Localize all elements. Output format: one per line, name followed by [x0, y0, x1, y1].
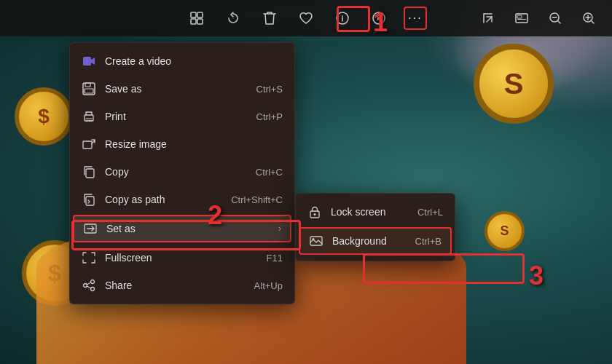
set-as-label: Set as — [106, 223, 270, 234]
svg-rect-11 — [83, 57, 91, 66]
svg-rect-0 — [191, 12, 196, 17]
resize-icon — [82, 137, 96, 151]
toolbar: ··· — [0, 0, 612, 36]
menu-item-resize-image[interactable]: Resize image — [70, 130, 294, 158]
copy-path-shortcut: Ctrl+Shift+C — [231, 194, 283, 205]
svg-rect-17 — [86, 169, 94, 178]
save-as-shortcut: Ctrl+S — [256, 84, 283, 95]
fullscreen-icon — [82, 250, 96, 265]
svg-rect-18 — [86, 197, 94, 205]
svg-rect-16 — [83, 141, 92, 149]
save-as-label: Save as — [105, 83, 248, 95]
copy-path-icon — [82, 192, 96, 207]
copy-icon — [82, 165, 96, 179]
step3-label: 3 — [529, 261, 544, 291]
set-as-arrow: › — [278, 223, 281, 234]
lock-screen-icon — [307, 205, 322, 219]
menu-item-copy-path[interactable]: Copy as path Ctrl+Shift+C — [70, 186, 294, 213]
toolbar-right — [476, 7, 600, 30]
save-as-icon — [82, 82, 96, 96]
context-menu: Create a video Save as Ctrl+S Print Ctrl… — [69, 42, 295, 304]
fullscreen-label: Fullscreen — [105, 252, 258, 264]
svg-rect-8 — [517, 19, 526, 20]
background-icon — [309, 234, 323, 248]
step1-label: 1 — [373, 7, 388, 38]
svg-rect-14 — [85, 89, 93, 93]
svg-point-24 — [314, 213, 316, 215]
background-shortcut: Ctrl+B — [415, 236, 442, 247]
submenu-lock-screen[interactable]: Lock screen Ctrl+L — [296, 198, 455, 226]
copy-path-label: Copy as path — [105, 194, 222, 205]
svg-rect-7 — [517, 15, 522, 18]
menu-item-copy[interactable]: Copy Ctrl+C — [70, 158, 294, 186]
svg-rect-1 — [197, 12, 203, 17]
favorite-icon[interactable] — [294, 7, 318, 30]
svg-point-20 — [91, 280, 95, 284]
resize-image-label: Resize image — [105, 138, 283, 150]
submenu-background[interactable]: Background Ctrl+B — [299, 227, 452, 255]
menu-item-save-as[interactable]: Save as Ctrl+S — [70, 75, 294, 103]
lock-screen-label: Lock screen — [331, 206, 409, 218]
print-label: Print — [105, 111, 248, 122]
rotate-icon[interactable] — [221, 7, 245, 30]
delete-icon[interactable] — [258, 7, 281, 30]
svg-point-26 — [313, 238, 315, 240]
lock-screen-shortcut: Ctrl+L — [417, 207, 443, 218]
create-video-icon — [82, 54, 96, 68]
svg-point-22 — [91, 288, 95, 291]
set-as-icon — [83, 221, 98, 236]
copy-label: Copy — [105, 166, 247, 178]
step2-label: 2 — [208, 200, 222, 231]
share-icon — [82, 278, 96, 293]
menu-item-print[interactable]: Print Ctrl+P — [70, 103, 294, 130]
svg-rect-3 — [197, 19, 203, 24]
bg-coin-left: $ — [15, 87, 73, 146]
create-video-label: Create a video — [105, 55, 283, 67]
open-external-icon[interactable] — [476, 7, 500, 30]
background-label: Background — [332, 235, 407, 247]
menu-item-share[interactable]: Share Alt+Up — [70, 272, 294, 299]
bg-coin-right-mid: S — [484, 211, 525, 251]
menu-item-set-as[interactable]: Set as › — [73, 215, 291, 242]
menu-item-fullscreen[interactable]: Fullscreen F11 — [70, 244, 294, 272]
share-shortcut: Alt+Up — [254, 280, 283, 291]
print-shortcut: Ctrl+P — [256, 111, 283, 122]
submenu-set-as: Lock screen Ctrl+L Background Ctrl+B — [295, 193, 455, 261]
more-icon[interactable]: ··· — [404, 7, 427, 30]
svg-rect-2 — [191, 19, 196, 24]
svg-point-21 — [84, 284, 87, 288]
copy-shortcut: Ctrl+C — [256, 167, 283, 178]
svg-rect-15 — [85, 115, 93, 121]
fullscreen-shortcut: F11 — [267, 253, 283, 264]
slideshow-icon[interactable] — [510, 7, 533, 30]
add-collection-icon[interactable] — [185, 7, 208, 30]
print-icon — [82, 109, 96, 124]
info-icon[interactable] — [331, 7, 354, 30]
share-label: Share — [105, 280, 246, 291]
menu-item-create-video[interactable]: Create a video — [70, 47, 294, 75]
zoom-out-icon[interactable] — [544, 7, 567, 30]
bg-coin-right-top: S — [474, 44, 554, 124]
zoom-in-icon[interactable] — [577, 7, 600, 30]
